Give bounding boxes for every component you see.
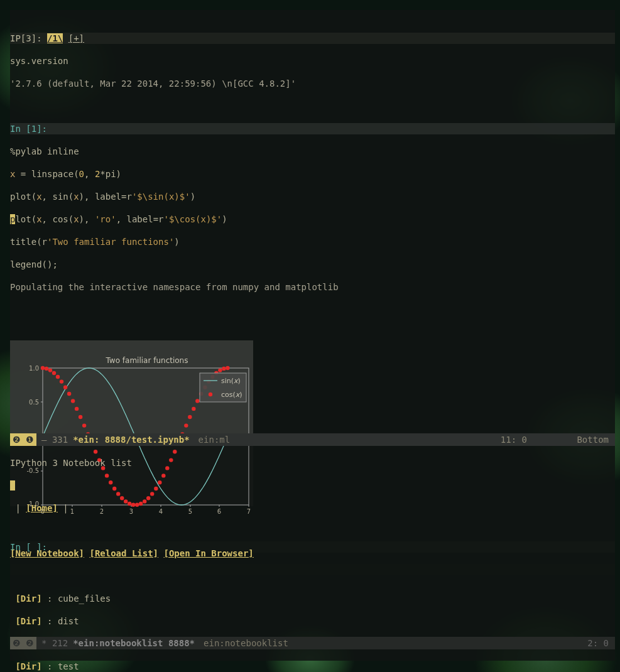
svg-point-62 — [169, 458, 173, 462]
svg-text:sin(x): sin(x) — [221, 377, 241, 385]
list-item[interactable]: [Dir] : dist — [10, 615, 615, 627]
svg-point-56 — [146, 496, 150, 500]
svg-point-30 — [48, 368, 52, 372]
svg-point-77 — [226, 366, 229, 370]
state-badge: ❶ — [23, 433, 36, 446]
svg-point-33 — [60, 379, 63, 383]
cursor-position: 11: 0 — [501, 435, 527, 445]
new-notebook-button[interactable]: [New Notebook] — [10, 548, 84, 558]
blank-line — [10, 100, 615, 112]
open-browser-button[interactable]: [Open In Browser] — [163, 548, 253, 558]
list-item[interactable]: [Dir] : test — [10, 661, 615, 672]
svg-point-52 — [131, 503, 135, 507]
list-item[interactable]: [Dir] : cube_files — [10, 593, 615, 604]
dir-badge[interactable]: [Dir] — [15, 661, 41, 671]
svg-point-58 — [154, 487, 158, 490]
svg-text:4: 4 — [159, 508, 163, 515]
svg-point-47 — [112, 487, 116, 490]
svg-point-51 — [128, 502, 131, 506]
cursor-position: 2: 0 — [587, 638, 609, 648]
svg-point-60 — [161, 474, 165, 477]
svg-point-29 — [45, 367, 48, 371]
reload-list-button[interactable]: [Reload List] — [89, 548, 158, 558]
svg-point-69 — [195, 399, 199, 403]
plot-output: Two familiar functions 1.0 0.5 0.0 -0.5 … — [10, 340, 253, 506]
svg-point-53 — [135, 503, 139, 507]
code-line[interactable]: plot(x, sin(x), label=r'$\sin(x)$') — [10, 191, 615, 202]
svg-point-75 — [218, 368, 222, 372]
cell-prompt: In [1]: — [10, 123, 615, 134]
home-link[interactable]: [Home] — [26, 503, 58, 513]
svg-text:cos(x): cos(x) — [221, 391, 242, 399]
cursor — [10, 480, 15, 490]
svg-point-32 — [56, 375, 60, 379]
tab-prefix: IP[3]: — [10, 33, 42, 43]
legend: sin(x) cos(x) — [200, 373, 246, 402]
svg-point-28 — [41, 366, 45, 370]
svg-point-50 — [124, 499, 128, 503]
modeline-bottom: ❷❷ * 212 *ein:notebooklist 8888* ein:not… — [10, 637, 615, 649]
svg-point-39 — [82, 423, 86, 427]
dir-badge[interactable]: [Dir] — [15, 593, 41, 604]
svg-point-68 — [192, 407, 195, 411]
major-mode: ein:ml — [190, 435, 231, 445]
modeline-top: ❷❶ – 331 *ein: 8888/test.ipynb* ein:ml 1… — [10, 433, 615, 446]
svg-text:1.0: 1.0 — [29, 365, 39, 372]
blank-line — [10, 304, 615, 315]
blank-line — [10, 525, 615, 536]
svg-point-36 — [71, 399, 75, 403]
svg-point-61 — [165, 466, 169, 470]
svg-point-54 — [139, 502, 143, 506]
svg-point-55 — [143, 499, 146, 503]
svg-point-46 — [109, 480, 112, 484]
scroll-indicator: Bottom — [577, 435, 609, 445]
svg-text:5: 5 — [188, 508, 192, 515]
svg-text:3: 3 — [129, 508, 133, 515]
buffer-name[interactable]: *ein:notebooklist 8888* — [73, 638, 195, 648]
tab-active[interactable]: /1\ — [47, 33, 63, 43]
svg-point-45 — [105, 474, 109, 477]
svg-point-81 — [209, 393, 212, 396]
svg-text:6: 6 — [217, 508, 221, 515]
code-line[interactable]: sys.version — [10, 55, 615, 67]
buffer-name[interactable]: *ein: 8888/test.ipynb* — [73, 435, 189, 445]
code-line[interactable]: legend(); — [10, 259, 615, 270]
tab-add[interactable]: [+] — [68, 33, 84, 43]
svg-point-63 — [173, 450, 177, 453]
window-number-icon: ❷ — [10, 637, 23, 649]
svg-point-57 — [150, 492, 154, 496]
svg-point-49 — [120, 496, 124, 500]
svg-point-76 — [222, 367, 226, 371]
svg-point-66 — [184, 423, 188, 427]
tab-bar: IP[3]: /1\ [+] — [10, 33, 615, 44]
svg-text:0.5: 0.5 — [29, 399, 39, 406]
svg-point-42 — [94, 450, 97, 453]
code-line[interactable]: title(r'Two familiar functions') — [10, 236, 615, 247]
svg-point-31 — [52, 371, 56, 375]
svg-point-67 — [188, 415, 192, 419]
output-line: '2.7.6 (default, Mar 22 2014, 22:59:56) … — [10, 78, 615, 89]
minibuffer[interactable] — [10, 649, 615, 661]
svg-point-37 — [75, 407, 79, 411]
major-mode: ein:notebooklist — [195, 638, 288, 648]
code-line[interactable]: x = linspace(0, 2*pi) — [10, 168, 615, 180]
svg-text:2: 2 — [100, 508, 104, 515]
state-badge: ❷ — [23, 637, 36, 649]
svg-point-34 — [63, 386, 67, 389]
nblist-title: IPython 3 Notebook list — [10, 457, 615, 469]
svg-point-59 — [158, 480, 161, 484]
svg-point-35 — [67, 392, 71, 396]
svg-point-38 — [79, 415, 82, 419]
window-number-icon: ❷ — [10, 433, 23, 446]
svg-text:7: 7 — [247, 508, 251, 515]
output-line: Populating the interactive namespace fro… — [10, 281, 615, 293]
blank-line — [10, 570, 615, 582]
dir-badge[interactable]: [Dir] — [15, 616, 41, 626]
code-line[interactable]: %pylab inline — [10, 146, 615, 157]
chart-title: Two familiar functions — [106, 356, 188, 365]
notebook-pane[interactable]: IP[3]: /1\ [+] sys.version '2.7.6 (defau… — [10, 10, 615, 433]
svg-point-48 — [116, 492, 120, 496]
code-line-cursor[interactable]: plot(x, cos(x), 'ro', label=r'$\cos(x)$'… — [10, 214, 615, 225]
